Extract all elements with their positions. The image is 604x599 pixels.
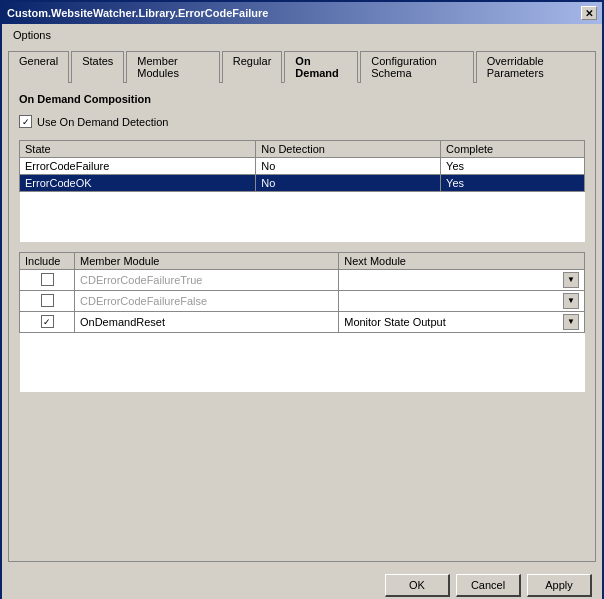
member-include-checkbox-1[interactable] (41, 294, 54, 307)
member-module-name-1: CDErrorCodeFailureFalse (75, 290, 339, 311)
ok-button[interactable]: OK (385, 574, 450, 597)
next-module-cell-0: ▼ (344, 272, 579, 288)
state-complete: Yes (441, 158, 585, 175)
states-table: State No Detection Complete ErrorCodeFai… (19, 140, 585, 242)
use-on-demand-checkbox[interactable]: ✓ (19, 115, 32, 128)
table-row[interactable]: ErrorCodeOK No Yes (20, 175, 585, 192)
options-menu[interactable]: Options (8, 27, 56, 43)
next-module-cell-1: ▼ (344, 293, 579, 309)
bottom-bar: OK Cancel Apply (2, 568, 602, 599)
tab-general[interactable]: General (8, 51, 69, 83)
member-module-name-0: CDErrorCodeFailureTrue (75, 269, 339, 290)
next-module-dropdown-2[interactable]: ▼ (563, 314, 579, 330)
content-area: On Demand Composition ✓ Use On Demand De… (8, 82, 596, 562)
tab-member-modules[interactable]: Member Modules (126, 51, 219, 83)
main-window: Custom.WebsiteWatcher.Library.ErrorCodeF… (0, 0, 604, 599)
tab-regular[interactable]: Regular (222, 51, 283, 83)
table-row-empty (20, 192, 585, 242)
cancel-button[interactable]: Cancel (456, 574, 521, 597)
use-on-demand-label: Use On Demand Detection (37, 116, 168, 128)
state-name: ErrorCodeOK (20, 175, 256, 192)
next-module-dropdown-0[interactable]: ▼ (563, 272, 579, 288)
menu-bar: Options (2, 24, 602, 46)
table-row[interactable]: ErrorCodeFailure No Yes (20, 158, 585, 175)
table-row[interactable]: CDErrorCodeFailureFalse ▼ (20, 290, 585, 311)
title-bar: Custom.WebsiteWatcher.Library.ErrorCodeF… (2, 2, 602, 24)
next-module-dropdown-1[interactable]: ▼ (563, 293, 579, 309)
state-name: ErrorCodeFailure (20, 158, 256, 175)
tab-configuration-schema[interactable]: Configuration Schema (360, 51, 474, 83)
table-row[interactable]: ✓ OnDemandReset Monitor State Output ▼ (20, 311, 585, 332)
member-table: Include Member Module Next Module CDErro… (19, 252, 585, 393)
next-module-value-2: Monitor State Output (344, 316, 446, 328)
table-row-empty (20, 332, 585, 392)
table-row[interactable]: CDErrorCodeFailureTrue ▼ (20, 269, 585, 290)
window-title: Custom.WebsiteWatcher.Library.ErrorCodeF… (7, 7, 268, 19)
member-include-checkbox-0[interactable] (41, 273, 54, 286)
member-module-name-2: OnDemandReset (75, 311, 339, 332)
states-col-state: State (20, 141, 256, 158)
states-col-complete: Complete (441, 141, 585, 158)
next-module-cell-2: Monitor State Output ▼ (344, 314, 579, 330)
use-on-demand-row: ✓ Use On Demand Detection (19, 115, 585, 128)
state-no-detection: No (256, 158, 441, 175)
section-title: On Demand Composition (19, 93, 585, 105)
member-col-include: Include (20, 252, 75, 269)
close-button[interactable]: ✕ (581, 6, 597, 20)
state-complete: Yes (441, 175, 585, 192)
apply-button[interactable]: Apply (527, 574, 592, 597)
tab-states[interactable]: States (71, 51, 124, 83)
tab-on-demand[interactable]: On Demand (284, 51, 358, 83)
state-no-detection: No (256, 175, 441, 192)
tab-bar: General States Member Modules Regular On… (2, 46, 602, 82)
member-col-next: Next Module (339, 252, 585, 269)
member-col-module: Member Module (75, 252, 339, 269)
member-include-checkbox-2[interactable]: ✓ (41, 315, 54, 328)
tab-overridable-parameters[interactable]: Overridable Parameters (476, 51, 596, 83)
states-col-no-detection: No Detection (256, 141, 441, 158)
